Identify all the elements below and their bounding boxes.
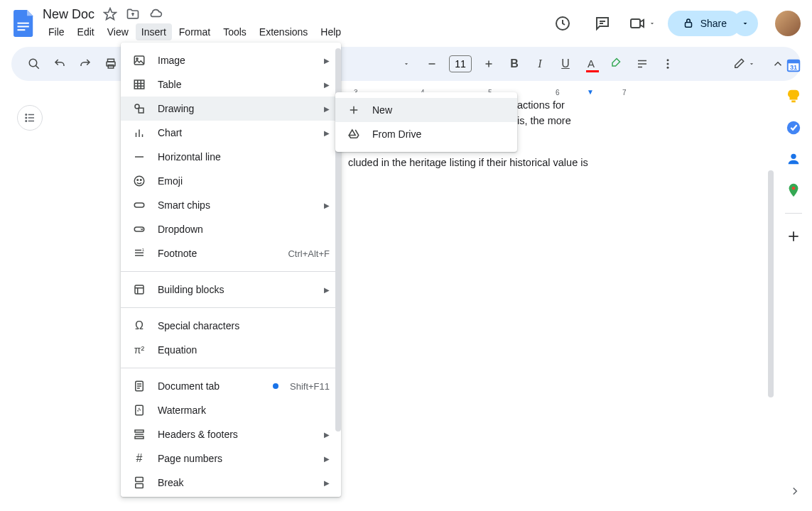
svg-rect-36 [139, 108, 144, 113]
menu-item-special-characters[interactable]: Ω Special characters [121, 314, 341, 338]
menu-item-document-tab[interactable]: Document tab Shift+F11 [121, 374, 341, 398]
font-size-input[interactable]: 11 [449, 55, 472, 72]
svg-text:1: 1 [142, 248, 145, 252]
horizontal-line-icon [132, 150, 146, 164]
svg-point-70 [791, 154, 796, 159]
font-dropdown-arrow-icon[interactable] [395, 53, 418, 75]
share-dropdown-button[interactable] [732, 11, 758, 36]
watermark-icon [132, 403, 146, 417]
menu-item-horizontal-line[interactable]: Horizontal line [121, 145, 341, 169]
submenu-arrow-icon: ▶ [324, 129, 330, 137]
new-feature-indicator [273, 383, 278, 389]
menu-item-image[interactable]: Image ▶ [121, 48, 341, 72]
underline-icon[interactable]: U [554, 53, 577, 75]
smart-chips-icon [132, 198, 146, 212]
submenu-arrow-icon: ▶ [324, 202, 330, 209]
undo-icon[interactable] [48, 53, 71, 75]
menu-item-table[interactable]: Table ▶ [121, 72, 341, 97]
svg-rect-2 [18, 29, 26, 31]
svg-point-41 [134, 176, 144, 186]
table-icon [132, 77, 146, 92]
increase-font-size-icon[interactable] [477, 53, 500, 75]
menu-item-smart-chips[interactable]: Smart chips ▶ [121, 193, 341, 217]
calendar-addon-icon[interactable]: 31 [785, 57, 802, 74]
keep-addon-icon[interactable] [785, 88, 802, 105]
svg-point-42 [137, 180, 139, 181]
move-folder-icon[interactable] [126, 7, 140, 21]
contacts-addon-icon[interactable] [785, 150, 802, 167]
text-color-icon[interactable]: A [580, 53, 602, 75]
menu-item-footnote[interactable]: 1 Footnote Ctrl+Alt+F [121, 241, 341, 265]
star-icon[interactable] [103, 7, 117, 21]
submenu-item-from-drive[interactable]: From Drive [335, 122, 517, 146]
submenu-arrow-icon: ▶ [324, 105, 330, 113]
menu-extensions[interactable]: Extensions [254, 23, 313, 40]
tasks-addon-icon[interactable] [785, 119, 802, 136]
svg-rect-30 [134, 80, 144, 89]
editing-mode-button[interactable] [727, 55, 761, 73]
cloud-status-icon[interactable] [148, 7, 163, 21]
menu-file[interactable]: File [43, 23, 70, 40]
decrease-font-size-icon[interactable] [421, 53, 443, 75]
share-button[interactable]: Share [668, 11, 741, 36]
side-panel: 31 [775, 45, 812, 245]
last-edit-icon[interactable] [548, 9, 577, 38]
bold-icon[interactable]: B [503, 53, 526, 75]
svg-rect-62 [136, 484, 144, 488]
menu-item-headers-footers[interactable]: Headers & footers ▶ [121, 422, 341, 446]
svg-rect-60 [135, 436, 144, 439]
menu-item-label: Watermark [158, 405, 330, 416]
comments-icon[interactable] [588, 9, 617, 38]
show-outline-button[interactable] [17, 105, 43, 131]
menu-item-watermark[interactable]: Watermark [121, 398, 341, 422]
menu-item-building-blocks[interactable]: Building blocks ▶ [121, 278, 341, 302]
svg-text:31: 31 [790, 64, 797, 71]
menu-edit[interactable]: Edit [72, 23, 100, 40]
menu-shortcut: Ctrl+Alt+F [288, 248, 330, 259]
drawing-submenu: New From Drive [335, 92, 517, 152]
menu-view[interactable]: View [102, 23, 134, 40]
svg-point-8 [29, 59, 37, 67]
docs-logo[interactable] [11, 11, 37, 36]
paragraph-spacing-icon[interactable] [631, 53, 654, 75]
add-addon-icon[interactable] [785, 228, 802, 245]
right-indent-marker[interactable]: ▼ [587, 88, 594, 96]
menu-item-dropdown[interactable]: Dropdown [121, 217, 341, 241]
print-icon[interactable] [99, 53, 122, 75]
menu-item-label: Table [158, 79, 313, 90]
menu-item-chart[interactable]: Chart ▶ [121, 121, 341, 145]
side-panel-divider [785, 213, 802, 214]
document-title[interactable]: New Doc [43, 7, 94, 22]
menu-format[interactable]: Format [173, 23, 216, 40]
svg-rect-1 [18, 26, 29, 27]
maps-addon-icon[interactable] [785, 182, 802, 199]
meet-button[interactable] [628, 9, 656, 38]
document-text: cluded in the heritage listing if their … [348, 155, 588, 170]
plus-icon [347, 103, 361, 117]
menu-insert[interactable]: Insert [136, 23, 172, 40]
menu-help[interactable]: Help [315, 23, 347, 40]
svg-rect-50 [135, 285, 144, 294]
document-scrollbar[interactable] [768, 170, 774, 397]
search-menus-icon[interactable] [23, 53, 45, 75]
menu-item-emoji[interactable]: Emoji [121, 169, 341, 193]
menu-item-label: Horizontal line [158, 151, 330, 163]
emoji-icon [132, 174, 146, 188]
submenu-arrow-icon: ▶ [324, 455, 330, 463]
ruler-tick: 7 [622, 89, 627, 97]
menu-item-page-numbers[interactable]: # Page numbers ▶ [121, 446, 341, 471]
redo-icon[interactable] [74, 53, 97, 75]
menu-tools[interactable]: Tools [217, 23, 252, 40]
italic-icon[interactable]: I [529, 53, 551, 75]
hide-sidepanel-button[interactable] [784, 480, 806, 502]
document-text: is, the more [517, 114, 588, 128]
avatar[interactable] [775, 11, 801, 36]
menu-item-drawing[interactable]: Drawing ▶ [121, 97, 341, 121]
menu-item-break[interactable]: Break ▶ [121, 471, 341, 495]
menu-item-equation[interactable]: π² Equation [121, 338, 341, 362]
more-toolbar-icon[interactable] [656, 53, 679, 75]
highlight-color-icon[interactable] [605, 53, 628, 75]
menu-item-label: Chart [158, 127, 313, 138]
submenu-item-new[interactable]: New [335, 98, 517, 122]
menu-divider [121, 271, 341, 272]
